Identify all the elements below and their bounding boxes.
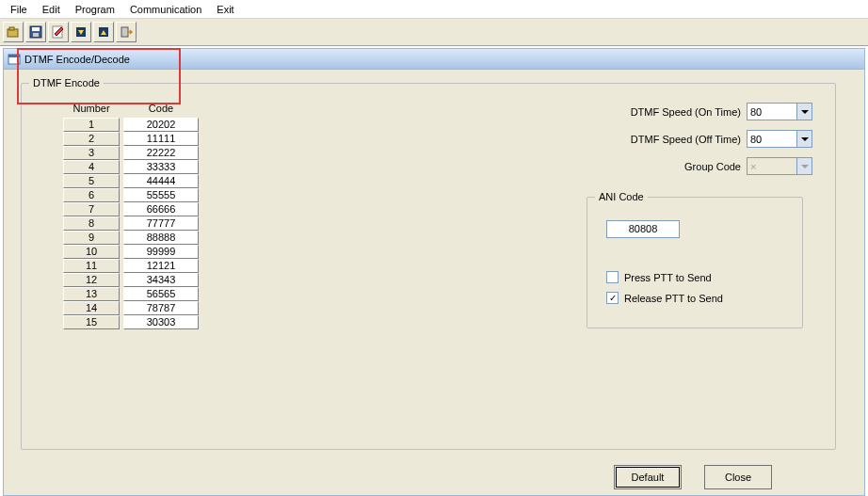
cell-code[interactable]: 44444 [123,174,199,188]
table-row: 1356565 [63,287,199,301]
save-icon[interactable] [25,22,46,42]
cell-number: 2 [63,132,120,146]
close-button[interactable]: Close [704,465,772,489]
svg-rect-4 [33,33,39,37]
cell-code[interactable]: 33333 [123,160,199,174]
cell-number: 8 [63,216,120,231]
table-row: 988888 [63,231,199,245]
label-release-ptt: Release PTT to Send [624,293,723,304]
read-down-icon[interactable] [71,22,91,42]
menubar: File Edit Program Communication Exit [0,0,868,18]
col-header-number: Number [63,103,120,114]
table-row: 544444 [63,174,199,188]
menu-edit[interactable]: Edit [35,2,68,17]
ani-legend: ANI Code [595,191,648,202]
open-icon[interactable] [3,22,24,42]
table-row: 1478787 [63,301,199,315]
cell-code[interactable]: 22222 [123,146,199,160]
cell-number: 9 [63,231,120,245]
label-group-code: Group Code [684,161,741,172]
exit-icon[interactable] [116,22,137,42]
label-press-ptt: Press PTT to Send [624,272,712,283]
cell-number: 6 [63,188,120,202]
checkbox-release-ptt[interactable]: ✓ [606,292,619,304]
menu-exit[interactable]: Exit [209,2,241,17]
default-button[interactable]: Default [614,465,682,489]
cell-code[interactable]: 99999 [123,245,199,259]
svg-rect-1 [9,27,14,30]
right-controls: DTMF Speed (On Time) 80 DTMF Speed (Off … [530,103,812,184]
button-row: Default Close [614,465,772,489]
group-legend: DTMF Encode [29,77,104,88]
svg-rect-10 [8,55,20,57]
cell-number: 5 [63,174,120,188]
table-row: 1530303 [63,315,199,329]
chevron-down-icon [796,104,812,120]
combo-group-code-value: × [750,161,756,172]
cell-number: 1 [63,118,120,132]
combo-off-time[interactable]: 80 [747,130,812,148]
ani-code-input[interactable]: 80808 [606,220,680,238]
chevron-down-icon [796,158,812,174]
cell-code[interactable]: 34343 [123,273,199,287]
cell-code[interactable]: 30303 [123,315,199,329]
menu-communication[interactable]: Communication [122,2,209,17]
svg-rect-3 [32,27,40,31]
chevron-down-icon [796,131,812,147]
cell-code[interactable]: 11111 [123,132,199,146]
encode-table: Number Code 1202022111113222224333335444… [63,103,199,329]
menu-file[interactable]: File [3,2,35,17]
table-row: 211111 [63,132,199,146]
cell-number: 12 [63,273,120,287]
table-row: 1099999 [63,245,199,259]
label-off-time: DTMF Speed (Off Time) [631,134,741,145]
write-icon[interactable] [48,22,69,42]
cell-number: 7 [63,202,120,216]
cell-number: 10 [63,245,120,259]
svg-rect-8 [121,27,128,37]
tab-title: DTMF Encode/Decode [24,54,130,65]
label-on-time: DTMF Speed (On Time) [631,106,741,118]
cell-code[interactable]: 77777 [123,216,199,231]
table-row: 433333 [63,160,199,174]
table-row: 877777 [63,216,199,231]
tab-header: DTMF Encode/Decode [3,48,865,70]
cell-code[interactable]: 12121 [123,259,199,273]
table-row: 1234343 [63,273,199,287]
tab-icon [8,53,21,66]
cell-code[interactable]: 55555 [123,188,199,202]
toolbar [0,18,868,46]
read-up-icon[interactable] [93,22,114,42]
table-row: 766666 [63,202,199,216]
cell-code[interactable]: 78787 [123,301,199,315]
col-header-code: Code [123,103,199,114]
menu-program[interactable]: Program [68,2,122,17]
table-row: 1112121 [63,259,199,273]
combo-on-time[interactable]: 80 [747,103,812,120]
cell-number: 15 [63,315,120,329]
cell-code[interactable]: 88888 [123,231,199,245]
cell-code[interactable]: 66666 [123,202,199,216]
cell-number: 13 [63,287,120,301]
combo-on-time-value: 80 [750,106,762,118]
cell-code[interactable]: 20202 [123,118,199,132]
cell-number: 11 [63,259,120,273]
combo-off-time-value: 80 [750,134,762,145]
table-row: 655555 [63,188,199,202]
group-dtmf-encode: DTMF Encode Number Code 1202022111113222… [21,83,836,450]
group-ani-code: ANI Code 80808 Press PTT to Send ✓ Relea… [587,197,803,328]
cell-number: 4 [63,160,120,174]
client-panel: DTMF Encode Number Code 1202022111113222… [3,70,865,496]
table-row: 120202 [63,118,199,132]
cell-code[interactable]: 56565 [123,287,199,301]
cell-number: 14 [63,301,120,315]
checkbox-press-ptt[interactable] [606,271,619,283]
table-row: 322222 [63,146,199,160]
cell-number: 3 [63,146,120,160]
combo-group-code: × [747,157,812,175]
